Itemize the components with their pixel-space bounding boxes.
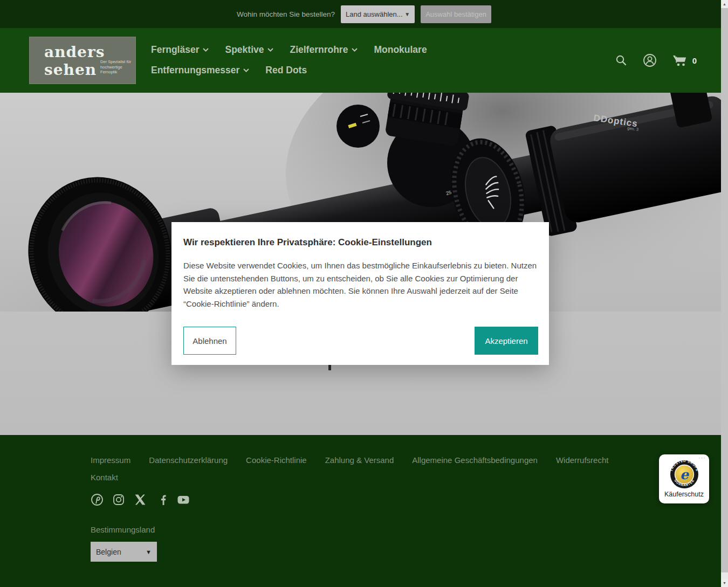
trusted-shops-badge[interactable]: ··· TRUSTED SHOPS GUARANTEE e: [659, 454, 709, 503]
trusted-shops-seal-icon: TRUSTED SHOPS GUARANTEE e: [669, 459, 699, 489]
destination-country-value: Belgien: [96, 548, 121, 556]
footer-link-cookie-richtlinie[interactable]: Cookie-Richtlinie: [246, 455, 307, 465]
badge-label: Käuferschutz: [664, 491, 704, 498]
scrollbar-thumb[interactable]: [721, 8, 728, 572]
chevron-down-icon: [267, 48, 273, 52]
footer-link-kontakt[interactable]: Kontakt: [91, 473, 118, 482]
scroll-down-arrow[interactable]: ▼: [721, 579, 728, 587]
footer-links-row2: Kontakt: [91, 473, 118, 482]
nav-item-monokulare[interactable]: Monokulare: [374, 44, 427, 56]
footer-link-agb[interactable]: Allgemeine Geschäftsbedingungen: [412, 455, 538, 465]
youtube-icon[interactable]: [177, 493, 190, 506]
nav-item-zielfernrohre[interactable]: Zielfernrohre: [290, 44, 358, 56]
scrollbar[interactable]: ▲ ▼: [721, 0, 728, 587]
nav-item-fernglaeser[interactable]: Ferngläser: [151, 44, 209, 56]
footer: Impressum Datenschutzerklärung Cookie-Ri…: [0, 435, 728, 587]
top-bar: Wohin möchten Sie bestellen? Land auswäh…: [0, 0, 728, 28]
destination-country-label: Bestimmungsland: [91, 525, 155, 534]
footer-link-datenschutz[interactable]: Datenschutzerklärung: [149, 455, 228, 465]
logo-word-2: sehen: [44, 63, 97, 77]
footer-link-zahlung-versand[interactable]: Zahlung & Versand: [325, 455, 394, 465]
account-icon: [643, 53, 657, 67]
logo-word-1: anders: [44, 45, 135, 59]
cookie-consent-dialog: Wir respektieren Ihre Privatsphäre: Cook…: [171, 222, 549, 365]
page: Wohin möchten Sie bestellen? Land auswäh…: [0, 0, 728, 587]
cart-button[interactable]: 0: [672, 54, 697, 67]
chevron-down-icon: ▼: [404, 11, 410, 17]
social-links: [91, 493, 190, 506]
nav-menu: Ferngläser Spektive Zielfernrohre Monoku…: [151, 43, 427, 77]
pinterest-icon[interactable]: [91, 493, 104, 506]
site-logo[interactable]: anders sehen Der Spezialist für hochwert…: [29, 37, 136, 84]
cookie-dialog-body: Diese Website verwendet Cookies, um Ihne…: [183, 259, 538, 310]
confirm-selection-button[interactable]: Auswahl bestätigen: [421, 5, 491, 23]
chevron-down-icon: [203, 48, 209, 52]
cart-icon: [672, 54, 689, 67]
cookie-dialog-title: Wir respektieren Ihre Privatsphäre: Cook…: [183, 237, 537, 248]
chevron-down-icon: [352, 48, 358, 52]
main-navigation: anders sehen Der Spezialist für hochwert…: [0, 28, 728, 93]
country-select-value: Land auswählen...: [346, 10, 403, 18]
destination-country-select[interactable]: Belgien ▼: [91, 542, 157, 562]
obscured-heading-fragment: [328, 365, 331, 370]
chevron-down-icon: ▼: [146, 549, 152, 555]
instagram-icon[interactable]: [112, 493, 125, 506]
cookie-accept-button[interactable]: Akzeptieren: [475, 327, 538, 355]
search-icon: [615, 54, 627, 66]
nav-item-entfernungsmesser[interactable]: Entfernungsmesser: [151, 65, 249, 76]
footer-link-widerrufsrecht[interactable]: Widerrufsrecht: [556, 455, 609, 465]
ship-to-question: Wohin möchten Sie bestellen?: [237, 10, 335, 18]
cookie-decline-button[interactable]: Ablehnen: [183, 327, 236, 355]
nav-item-spektive[interactable]: Spektive: [225, 44, 273, 56]
account-button[interactable]: [643, 53, 657, 67]
nav-item-red-dots[interactable]: Red Dots: [265, 65, 307, 76]
x-twitter-icon[interactable]: [134, 493, 147, 506]
search-button[interactable]: [615, 54, 627, 66]
badge-menu-dots[interactable]: ···: [698, 454, 706, 461]
svg-text:e: e: [680, 467, 690, 482]
scroll-up-arrow[interactable]: ▲: [721, 0, 728, 8]
footer-link-impressum[interactable]: Impressum: [91, 455, 131, 465]
cart-count: 0: [692, 56, 697, 65]
footer-links-row1: Impressum Datenschutzerklärung Cookie-Ri…: [91, 455, 608, 465]
facebook-icon[interactable]: [155, 493, 168, 506]
chevron-down-icon: [243, 68, 249, 72]
logo-tagline: Der Spezialist für hochwertige Fernoptik: [100, 59, 135, 74]
country-select[interactable]: Land auswählen... ▼: [341, 5, 415, 23]
header-actions: 0: [615, 28, 697, 93]
